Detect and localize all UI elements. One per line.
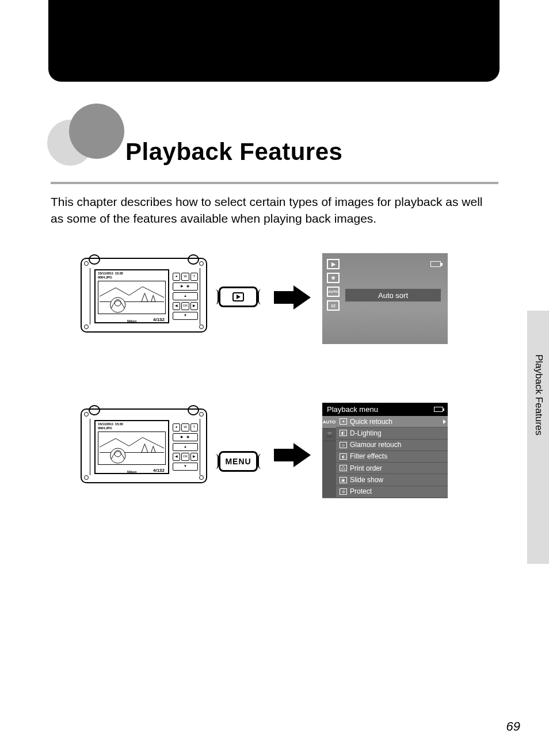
camera-button-pad: ●WT ▶ ◉ ▲ ◀OK▶ ▼ bbox=[173, 273, 198, 322]
lcd-counter: 4/132 bbox=[153, 468, 165, 473]
intro-paragraph: This chapter describes how to select cer… bbox=[51, 193, 497, 227]
lcd-brand: Nikon bbox=[127, 319, 137, 323]
menu-item: ◐Filter effects bbox=[336, 451, 448, 463]
menu-item: ☺Glamour retouch bbox=[336, 440, 448, 451]
playback-menu-screen: Playback menu AUTO 🎬 ✦Quick retouch ◧D-L… bbox=[322, 403, 448, 498]
svg-marker-13 bbox=[274, 443, 311, 467]
menu-button-callout: MENU bbox=[219, 451, 258, 472]
camera-illustration: 15/11/2011 15:30 0004.JPG 4/132 Nikon ●W… bbox=[81, 258, 207, 333]
svg-marker-2 bbox=[151, 295, 155, 301]
lcd-counter: 4/132 bbox=[153, 317, 165, 322]
thumb-tab bbox=[527, 311, 549, 564]
page-number: 69 bbox=[506, 719, 520, 734]
mode-icon-fav: ★ bbox=[327, 273, 340, 283]
battery-icon bbox=[430, 261, 441, 267]
mode-icon-auto: AUTO bbox=[327, 287, 340, 297]
svg-marker-7 bbox=[274, 285, 311, 310]
menu-title: Playback menu bbox=[327, 405, 378, 414]
camera-illustration: 15/11/2011 15:30 0004.JPG 4/132 Nikon ●W… bbox=[81, 408, 207, 483]
camera-lcd: 15/11/2011 15:30 0004.JPG 4/132 Nikon bbox=[94, 269, 169, 323]
lcd-date: 15/11/2011 bbox=[98, 422, 113, 426]
mode-selected-row: Auto sort bbox=[345, 289, 441, 301]
arrow-icon bbox=[274, 285, 311, 310]
figure-row-1: 15/11/2011 15:30 0004.JPG 4/132 Nikon ●W… bbox=[81, 258, 478, 356]
lcd-info: 15/11/2011 15:30 0004.JPG bbox=[98, 272, 123, 279]
svg-marker-1 bbox=[142, 293, 148, 302]
mode-select-screen: ▶ ★ AUTO 12 Auto sort bbox=[322, 253, 448, 344]
lcd-info: 15/11/2011 15:30 0004.JPG bbox=[98, 422, 123, 430]
mode-icon-date: 12 bbox=[327, 300, 340, 311]
svg-marker-10 bbox=[151, 446, 155, 452]
lcd-scene bbox=[98, 432, 166, 465]
figure-row-2: 15/11/2011 15:30 0004.JPG 4/132 Nikon ●W… bbox=[81, 408, 478, 506]
menu-list: ✦Quick retouch ◧D-Lighting ☺Glamour reto… bbox=[336, 416, 448, 498]
menu-tab: AUTO bbox=[322, 416, 336, 429]
camera-button-pad: ●WT ▶ ◉ ▲ ◀OK▶ ▼ bbox=[173, 423, 198, 473]
lcd-scene bbox=[98, 281, 166, 314]
lcd-brand: Nikon bbox=[127, 470, 137, 474]
menu-tab: 🎬 bbox=[322, 429, 336, 441]
page-title: Playback Features bbox=[125, 138, 342, 166]
menu-item: ✦Quick retouch bbox=[336, 416, 448, 427]
svg-marker-6 bbox=[237, 295, 241, 299]
lcd-time: 15:30 bbox=[115, 272, 123, 275]
menu-item: ⊘Protect bbox=[336, 486, 448, 498]
lcd-time: 15:30 bbox=[115, 422, 123, 426]
title-rule bbox=[51, 182, 498, 184]
menu-item: ◧D-Lighting bbox=[336, 427, 448, 439]
lcd-file: 0004.JPG bbox=[98, 426, 112, 430]
battery-icon bbox=[434, 407, 443, 412]
svg-marker-9 bbox=[142, 444, 148, 453]
menu-item: ▣Slide show bbox=[336, 474, 448, 486]
side-label: Playback Features bbox=[532, 354, 544, 436]
lcd-date: 15/11/2011 bbox=[98, 272, 113, 275]
playback-button-callout bbox=[219, 287, 258, 307]
menu-item: 凸Print order bbox=[336, 463, 448, 474]
header-banner bbox=[48, 0, 500, 82]
mode-icon-play: ▶ bbox=[327, 259, 340, 269]
arrow-icon bbox=[274, 443, 311, 467]
menu-button-label: MENU bbox=[225, 457, 251, 466]
camera-lcd: 15/11/2011 15:30 0004.JPG 4/132 Nikon bbox=[94, 420, 169, 474]
lcd-file: 0004.JPG bbox=[98, 276, 112, 279]
